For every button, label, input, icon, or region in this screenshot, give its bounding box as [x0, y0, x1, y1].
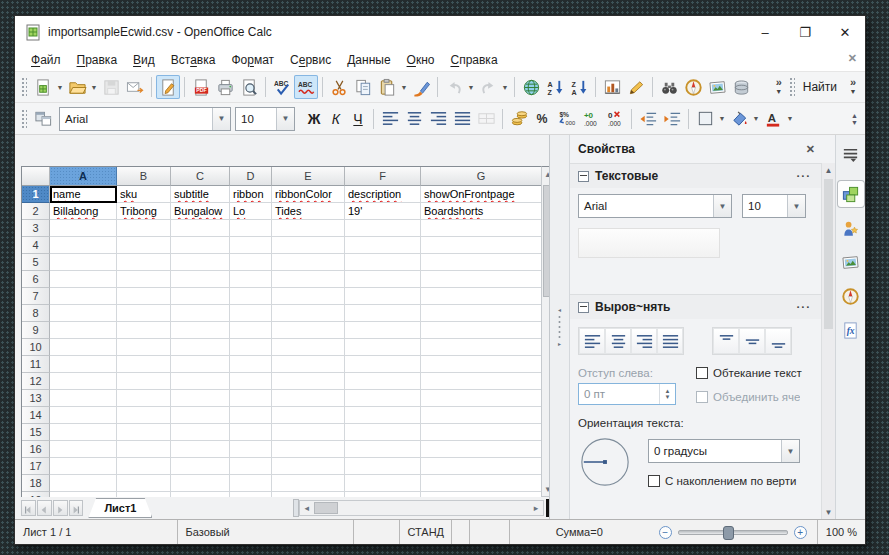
cell-C15[interactable] [171, 424, 230, 441]
cell-C13[interactable] [171, 390, 230, 407]
cell-D12[interactable] [230, 373, 272, 390]
row-header-14[interactable]: 14 [22, 407, 50, 424]
row-header-12[interactable]: 12 [22, 373, 50, 390]
cell-A16[interactable] [50, 441, 117, 458]
borders-icon[interactable] [693, 107, 717, 131]
cell-F8[interactable] [345, 305, 421, 322]
cell-G5[interactable] [421, 254, 541, 271]
maximize-button[interactable]: ❐ [785, 16, 825, 48]
cell-G14[interactable] [421, 407, 541, 424]
cell-A2[interactable]: Billabong [50, 203, 117, 220]
horizontal-scroll-thumb[interactable] [314, 502, 338, 514]
cell-C17[interactable] [171, 458, 230, 475]
edit-file-icon[interactable] [156, 75, 180, 99]
cell-A5[interactable] [50, 254, 117, 271]
open-icon[interactable] [65, 75, 89, 99]
scroll-right-icon[interactable]: ▸ [529, 501, 543, 515]
sidebar-close-icon[interactable]: ✕ [806, 143, 827, 156]
number-standard-icon[interactable]: $%000 [555, 107, 579, 131]
row-header-18[interactable]: 18 [22, 475, 50, 492]
stacked-checkbox[interactable]: С накоплением по верти [648, 475, 800, 487]
paste-dropdown-icon[interactable]: ▼ [399, 75, 409, 99]
send-email-icon[interactable] [123, 75, 147, 99]
cell-B6[interactable] [117, 271, 171, 288]
cell-E4[interactable] [272, 237, 345, 254]
cell-A4[interactable] [50, 237, 117, 254]
cell-E8[interactable] [272, 305, 345, 322]
cell-G15[interactable] [421, 424, 541, 441]
row-header-13[interactable]: 13 [22, 390, 50, 407]
cell-A15[interactable] [50, 424, 117, 441]
paste-icon[interactable] [375, 75, 399, 99]
row-header-6[interactable]: 6 [22, 271, 50, 288]
undo-dropdown-icon[interactable]: ▼ [466, 75, 476, 99]
align-justify-icon[interactable] [450, 107, 474, 131]
cell-D17[interactable] [230, 458, 272, 475]
font-name-combo[interactable]: Arial▼ [59, 107, 231, 131]
column-header-G[interactable]: G [421, 167, 541, 186]
row-header-17[interactable]: 17 [22, 458, 50, 475]
cell-E9[interactable] [272, 322, 345, 339]
cell-D13[interactable] [230, 390, 272, 407]
redo-dropdown-icon[interactable]: ▼ [500, 75, 510, 99]
find-toolbar-overflow-icon[interactable]: »▼ [845, 74, 861, 100]
cell-B10[interactable] [117, 339, 171, 356]
cell-G10[interactable] [421, 339, 541, 356]
toolbar-overflow-icon[interactable]: »▼ [771, 74, 787, 100]
cell-A17[interactable] [50, 458, 117, 475]
cell-C3[interactable] [171, 220, 230, 237]
number-currency-icon[interactable] [507, 107, 531, 131]
column-header-A[interactable]: A [50, 167, 117, 186]
cell-G3[interactable] [421, 220, 541, 237]
cell-A11[interactable] [50, 356, 117, 373]
zoom-thumb[interactable] [723, 526, 734, 540]
sidebar-valign-bottom-icon[interactable] [765, 328, 791, 354]
cell-C10[interactable] [171, 339, 230, 356]
cell-E6[interactable] [272, 271, 345, 288]
align-right-icon[interactable] [426, 107, 450, 131]
section-text[interactable]: Текстовые ··· [570, 163, 835, 188]
zoom-out-icon[interactable]: − [659, 526, 672, 539]
sidebar-tab-sidebar-menu-icon[interactable] [838, 141, 864, 167]
navigator-icon[interactable] [681, 75, 705, 99]
cell-G11[interactable] [421, 356, 541, 373]
decrease-indent-icon[interactable] [636, 107, 660, 131]
row-header-9[interactable]: 9 [22, 322, 50, 339]
row-header-5[interactable]: 5 [22, 254, 50, 271]
italic-button[interactable]: К [325, 107, 347, 131]
cell-F16[interactable] [345, 441, 421, 458]
cell-A3[interactable] [50, 220, 117, 237]
cell-D7[interactable] [230, 288, 272, 305]
menu-item-4[interactable]: Вставка [163, 50, 224, 70]
cell-C6[interactable] [171, 271, 230, 288]
horizontal-scrollbar[interactable]: ◂▸ [299, 500, 544, 516]
cell-F15[interactable] [345, 424, 421, 441]
cell-A1[interactable]: name [50, 186, 117, 203]
column-header-E[interactable]: E [272, 167, 345, 186]
cell-D10[interactable] [230, 339, 272, 356]
row-header-1[interactable]: 1 [22, 186, 50, 203]
degrees-combo[interactable]: 0 градусы▼ [648, 439, 800, 463]
cell-F3[interactable] [345, 220, 421, 237]
cell-D8[interactable] [230, 305, 272, 322]
cell-F14[interactable] [345, 407, 421, 424]
find-replace-icon[interactable] [657, 75, 681, 99]
undo-icon[interactable] [442, 75, 466, 99]
font-color-dropdown-icon[interactable]: ▼ [785, 107, 795, 131]
cell-G18[interactable] [421, 475, 541, 492]
row-header-15[interactable]: 15 [22, 424, 50, 441]
cell-E18[interactable] [272, 475, 345, 492]
sidebar-align-right-icon[interactable] [631, 328, 657, 354]
row-header-16[interactable]: 16 [22, 441, 50, 458]
sidebar-tab-properties-icon[interactable] [838, 181, 864, 207]
cell-B13[interactable] [117, 390, 171, 407]
cell-G8[interactable] [421, 305, 541, 322]
collapse-icon[interactable] [578, 171, 589, 182]
increase-indent-icon[interactable] [660, 107, 684, 131]
merge-cells-checkbox[interactable]: Объединить яче [696, 383, 800, 403]
status-sum[interactable]: Сумма=0 [510, 520, 649, 544]
cell-B17[interactable] [117, 458, 171, 475]
cell-B16[interactable] [117, 441, 171, 458]
cell-D14[interactable] [230, 407, 272, 424]
cell-G16[interactable] [421, 441, 541, 458]
